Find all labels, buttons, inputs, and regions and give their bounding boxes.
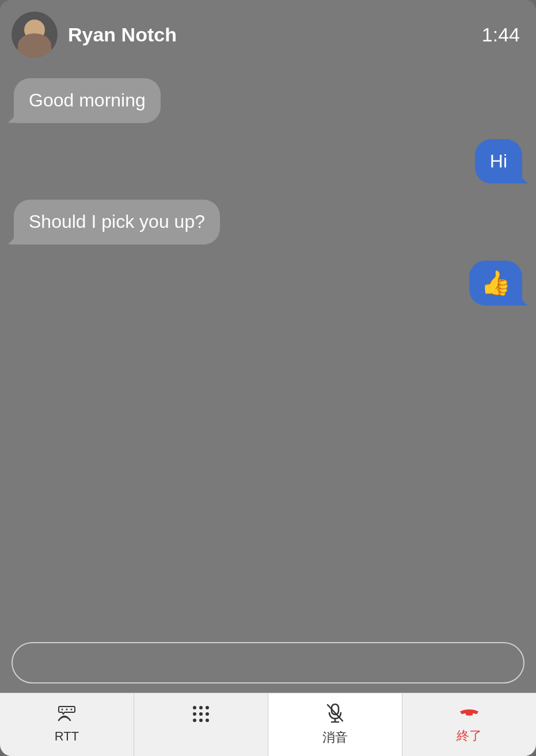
- message-text: Should I pick you up?: [29, 211, 205, 232]
- svg-point-8: [206, 712, 209, 716]
- call-timer: 1:44: [482, 24, 520, 46]
- svg-point-3: [193, 706, 196, 709]
- keypad-button[interactable]: [134, 693, 268, 756]
- svg-point-2: [71, 709, 73, 711]
- keypad-icon: [191, 704, 211, 728]
- svg-point-6: [193, 712, 196, 716]
- contact-name: Ryan Notch: [68, 24, 482, 46]
- end-call-label: 終了: [457, 727, 482, 744]
- svg-point-1: [66, 709, 68, 711]
- message-bubble: 👍: [469, 261, 522, 306]
- keypad-label: [199, 730, 203, 745]
- mute-icon: [326, 703, 344, 727]
- message-input[interactable]: [12, 642, 524, 684]
- messages-area: Good morning Hi Should I pick you up? 👍: [0, 67, 536, 633]
- message-text: Good morning: [29, 90, 146, 110]
- svg-point-5: [206, 706, 209, 709]
- message-bubble: Should I pick you up?: [14, 200, 220, 245]
- bottom-toolbar: RTT: [0, 693, 536, 756]
- rtt-label: RTT: [55, 729, 79, 744]
- svg-point-11: [206, 719, 209, 722]
- message-text: 👍: [481, 269, 511, 296]
- mute-label: 消音: [322, 729, 348, 746]
- mute-button[interactable]: 消音: [268, 693, 402, 756]
- rtt-button[interactable]: RTT: [0, 693, 134, 756]
- message-bubble: Hi: [475, 139, 522, 184]
- input-area: [0, 633, 536, 693]
- svg-point-9: [193, 719, 196, 722]
- call-header: Ryan Notch 1:44: [0, 0, 536, 67]
- svg-point-7: [199, 712, 203, 716]
- message-text: Hi: [490, 151, 507, 171]
- svg-point-10: [199, 719, 203, 722]
- svg-point-0: [62, 709, 63, 711]
- app-container: Ryan Notch 1:44 Good morning Hi Should I…: [0, 0, 536, 756]
- end-call-button[interactable]: 終了: [402, 693, 536, 756]
- contact-avatar: [12, 12, 58, 58]
- end-call-icon: [458, 705, 480, 725]
- avatar-image: [12, 12, 58, 58]
- rtt-icon: [56, 705, 77, 727]
- svg-point-4: [199, 706, 203, 709]
- message-bubble: Good morning: [14, 78, 161, 123]
